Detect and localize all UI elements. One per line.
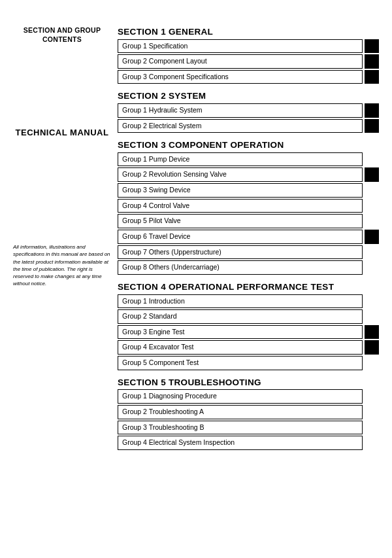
table-row: Group 3 Component Specifications bbox=[118, 70, 379, 84]
table-row: Group 4 Control Valve bbox=[118, 199, 379, 213]
left-column: SECTION AND GROUP CONTENTS TECHNICAL MAN… bbox=[13, 26, 118, 532]
list-item[interactable]: Group 3 Engine Test bbox=[118, 325, 363, 340]
tab-spacer bbox=[363, 245, 379, 260]
tab-marker bbox=[365, 70, 379, 84]
table-row: Group 3 Swing Device bbox=[118, 183, 379, 198]
tab-marker bbox=[365, 103, 379, 118]
list-item[interactable]: Group 1 Pump Device bbox=[118, 152, 363, 167]
list-item[interactable]: Group 5 Pilot Valve bbox=[118, 214, 363, 228]
tab-spacer bbox=[363, 436, 379, 450]
table-row: Group 1 Diagnosing Procedure bbox=[118, 389, 379, 404]
table-row: Group 5 Pilot Valve bbox=[118, 214, 379, 228]
section-header-section2: SECTION 2 SYSTEM bbox=[118, 90, 379, 102]
table-row: Group 2 Component Layout bbox=[118, 54, 379, 69]
tab-spacer bbox=[363, 309, 379, 324]
section-header-section4: SECTION 4 OPERATIONAL PERFORMANCE TEST bbox=[118, 281, 379, 293]
table-row: Group 5 Component Test bbox=[118, 356, 379, 370]
list-item[interactable]: Group 5 Component Test bbox=[118, 356, 363, 370]
table-row: Group 2 Troubleshooting A bbox=[118, 405, 379, 419]
list-item[interactable]: Group 7 Others (Upperstructure) bbox=[118, 245, 363, 260]
tab-marker bbox=[365, 167, 379, 182]
list-item[interactable]: Group 1 Specification bbox=[118, 39, 363, 54]
tab-marker bbox=[365, 54, 379, 69]
tab-marker bbox=[365, 119, 379, 133]
tab-spacer bbox=[363, 214, 379, 228]
list-item[interactable]: Group 2 Component Layout bbox=[118, 54, 363, 69]
table-row: Group 2 Revolution Sensing Valve bbox=[118, 167, 379, 182]
table-row: Group 6 Travel Device bbox=[118, 230, 379, 244]
list-item[interactable]: Group 2 Revolution Sensing Valve bbox=[118, 167, 363, 182]
list-item[interactable]: Group 3 Component Specifications bbox=[118, 70, 363, 84]
page-container: SECTION AND GROUP CONTENTS TECHNICAL MAN… bbox=[0, 0, 392, 558]
list-item[interactable]: Group 8 Others (Undercarriage) bbox=[118, 260, 363, 275]
tab-marker bbox=[365, 230, 379, 244]
tab-marker bbox=[365, 340, 379, 355]
tab-spacer bbox=[363, 405, 379, 419]
table-row: Group 2 Standard bbox=[118, 309, 379, 324]
list-item[interactable]: Group 2 Standard bbox=[118, 309, 363, 324]
table-row: Group 1 Specification bbox=[118, 39, 379, 54]
table-row: Group 4 Electrical System Inspection bbox=[118, 436, 379, 450]
table-row: Group 1 Introduction bbox=[118, 294, 379, 309]
section-and-group-label: SECTION AND GROUP CONTENTS bbox=[24, 26, 101, 44]
section-header-section5: SECTION 5 TROUBLESHOOTING bbox=[118, 377, 379, 389]
table-row: Group 4 Excavator Test bbox=[118, 340, 379, 355]
technical-manual-label: TECHNICAL MANUAL bbox=[16, 128, 109, 139]
tab-marker bbox=[365, 325, 379, 340]
table-row: Group 3 Engine Test bbox=[118, 325, 379, 340]
list-item[interactable]: Group 3 Troubleshooting B bbox=[118, 421, 363, 435]
list-item[interactable]: Group 4 Excavator Test bbox=[118, 340, 363, 355]
list-item[interactable]: Group 3 Swing Device bbox=[118, 183, 363, 198]
list-item[interactable]: Group 4 Electrical System Inspection bbox=[118, 436, 363, 450]
disclaimer-text: All information, illustrations and speci… bbox=[13, 243, 111, 287]
section-header-section1: SECTION 1 GENERAL bbox=[118, 26, 379, 38]
table-row: Group 8 Others (Undercarriage) bbox=[118, 260, 379, 275]
tab-marker bbox=[365, 39, 379, 54]
list-item[interactable]: Group 2 Electrical System bbox=[118, 119, 363, 133]
list-item[interactable]: Group 6 Travel Device bbox=[118, 230, 363, 244]
list-item[interactable]: Group 4 Control Valve bbox=[118, 199, 363, 213]
list-item[interactable]: Group 1 Diagnosing Procedure bbox=[118, 389, 363, 404]
table-row: Group 1 Hydraulic System bbox=[118, 103, 379, 118]
table-row: Group 2 Electrical System bbox=[118, 119, 379, 133]
tab-spacer bbox=[363, 183, 379, 198]
right-column: SECTION 1 GENERALGroup 1 SpecificationGr… bbox=[118, 26, 379, 532]
tab-spacer bbox=[363, 356, 379, 370]
tab-spacer bbox=[363, 199, 379, 213]
tab-spacer bbox=[363, 152, 379, 167]
list-item[interactable]: Group 2 Troubleshooting A bbox=[118, 405, 363, 419]
list-item[interactable]: Group 1 Introduction bbox=[118, 294, 363, 309]
tab-spacer bbox=[363, 260, 379, 275]
section-header-section3: SECTION 3 COMPONENT OPERATION bbox=[118, 139, 379, 151]
tab-spacer bbox=[363, 421, 379, 435]
tab-spacer bbox=[363, 389, 379, 404]
table-row: Group 1 Pump Device bbox=[118, 152, 379, 167]
list-item[interactable]: Group 1 Hydraulic System bbox=[118, 103, 363, 118]
table-row: Group 7 Others (Upperstructure) bbox=[118, 245, 379, 260]
table-row: Group 3 Troubleshooting B bbox=[118, 421, 379, 435]
tab-spacer bbox=[363, 294, 379, 309]
